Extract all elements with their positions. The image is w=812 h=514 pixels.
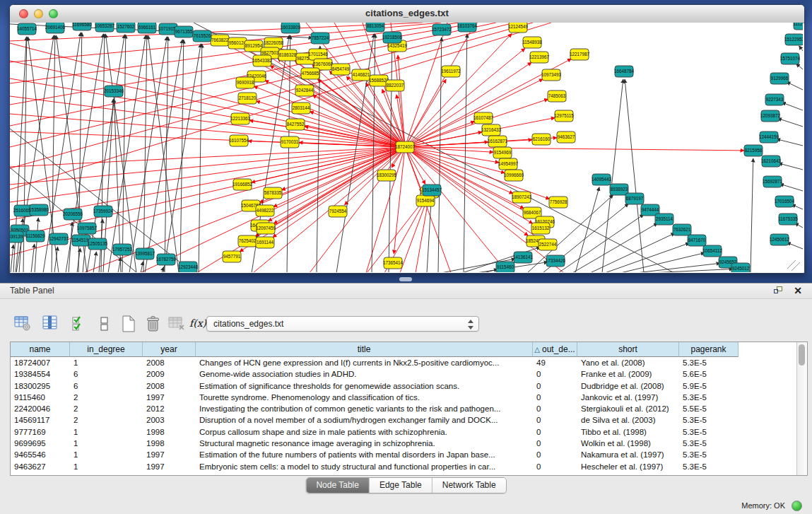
graph-node[interactable]: 15751074 — [780, 53, 801, 64]
citation-graph[interactable]: 1830029519384554161075541221336327181202… — [10, 23, 803, 272]
graph-node[interactable]: 12923448 — [178, 262, 199, 272]
graph-node[interactable]: 16107487 — [473, 112, 494, 124]
graph-node[interactable]: 8938923 — [610, 184, 628, 195]
tab-edge-table[interactable]: Edge Table — [370, 478, 433, 493]
graph-node[interactable]: 10996669 — [504, 170, 524, 181]
table-row[interactable]: 969969511998Structural magnetic resonanc… — [11, 438, 796, 449]
graph-node[interactable]: 12213967 — [529, 52, 550, 63]
column-header-in_degree[interactable]: in_degree — [70, 342, 143, 357]
graph-node[interactable]: 12975115 — [554, 110, 574, 122]
graph-node[interactable]: 10975857 — [77, 223, 98, 234]
graph-node[interactable]: 18103764 — [457, 23, 478, 32]
graph-node[interactable]: 13216433 — [481, 124, 502, 136]
graph-node[interactable]: 13995817 — [135, 248, 155, 259]
graph-node[interactable]: 6879197 — [625, 193, 644, 204]
table-row[interactable]: 946554611997Estimation of the future num… — [11, 449, 796, 460]
graph-node[interactable]: 9560124 — [228, 37, 247, 49]
graph-node[interactable]: 17957253 — [112, 244, 133, 255]
graph-node[interactable]: 12217987 — [570, 49, 590, 60]
graph-node[interactable]: 20206556 — [63, 209, 83, 220]
graph-node[interactable]: 8215958 — [744, 145, 763, 156]
graph-node[interactable]: 12444159 — [759, 132, 779, 143]
network-window-titlebar[interactable]: citations_edges.txt — [10, 5, 804, 23]
graph-node[interactable]: 9463627 — [557, 132, 575, 143]
tab-node-table[interactable]: Node Table — [306, 478, 370, 493]
graph-node[interactable]: 16782759 — [156, 254, 177, 265]
table-row[interactable]: 977716911998Corpus callosum shape and si… — [11, 426, 796, 438]
graph-node[interactable]: 14954997 — [498, 158, 519, 170]
graph-node[interactable]: 1615132 — [531, 223, 550, 234]
graph-node[interactable]: 16107554 — [229, 135, 249, 146]
table-row[interactable]: 911546021997Tourette syndrome. Phenomeno… — [11, 392, 796, 403]
table-row[interactable]: 1456911722003Disruption of a novel membe… — [11, 414, 796, 426]
graph-node[interactable]: 4756685 — [301, 68, 319, 79]
graph-node[interactable]: 16543382 — [252, 55, 273, 66]
graph-node[interactable]: 18907243 — [512, 192, 532, 203]
graph-node[interactable]: 4146821 — [352, 69, 370, 81]
select-all-icon[interactable] — [69, 315, 89, 333]
table-row[interactable]: 1872400712008Changes of HCN gene express… — [11, 357, 796, 368]
graph-node[interactable]: 7625402 — [238, 235, 257, 247]
graph-node[interactable]: 7857224 — [311, 33, 329, 44]
graph-node[interactable]: 16210643 — [761, 156, 782, 167]
graph-node[interactable]: 7756928 — [549, 197, 567, 208]
graph-node[interactable]: 8813054 — [366, 23, 384, 32]
column-header-short[interactable]: short — [577, 342, 679, 357]
graph-node[interactable]: 15134457 — [422, 185, 442, 196]
tab-network-table[interactable]: Network Table — [433, 478, 506, 493]
graph-node[interactable]: 9227343 — [765, 94, 784, 105]
graph-node[interactable]: 12942737 — [49, 233, 69, 245]
graph-node[interactable]: 14136141 — [513, 252, 534, 263]
graph-node[interactable]: 19611972 — [441, 66, 461, 77]
delete-table-icon[interactable] — [167, 315, 187, 333]
canvas-resize-grip[interactable] — [787, 260, 800, 271]
graph-node[interactable]: 8454749 — [331, 64, 350, 75]
graph-node[interactable]: 15358980 — [29, 204, 49, 216]
graph-node[interactable]: 12505135 — [88, 238, 108, 250]
graph-node[interactable]: 10973493 — [541, 69, 562, 81]
graph-node[interactable]: 2935114 — [655, 214, 673, 225]
table-source-dropdown[interactable]: citations_edges.txt — [206, 316, 479, 332]
graph-node[interactable]: 15122953 — [784, 34, 803, 45]
graph-node[interactable]: 19218506 — [382, 32, 403, 43]
network-canvas[interactable]: 1830029519384554161075541221336327181202… — [10, 23, 803, 272]
graph-node[interactable]: 19166852 — [233, 179, 253, 190]
table-row[interactable]: 1938455462009Genome-wide association stu… — [11, 368, 796, 380]
graph-node[interactable]: 8427552 — [286, 119, 305, 130]
graph-node[interactable]: 7924554 — [329, 206, 347, 217]
graph-node[interactable]: 16033809 — [281, 23, 301, 33]
graph-node[interactable]: 8912954 — [245, 40, 263, 52]
graph-node[interactable]: 9671355 — [175, 26, 193, 37]
table-mode-icon[interactable] — [13, 315, 33, 333]
graph-node[interactable]: 15723472 — [432, 24, 452, 35]
table-row[interactable]: 1830029562008Estimation of significance … — [11, 380, 796, 392]
network-view-window[interactable]: citations_edges.txt 18300295193845541610… — [9, 4, 805, 274]
graph-node[interactable]: 9690918 — [236, 77, 254, 88]
column-header-title[interactable]: title — [196, 342, 533, 357]
delete-column-trash-icon[interactable] — [143, 315, 163, 333]
graph-hub-node[interactable]: 18724007 — [395, 141, 416, 153]
column-header-pagerank[interactable]: pagerank — [679, 342, 739, 357]
graph-node[interactable]: 8939139 — [10, 231, 23, 243]
column-header-name[interactable]: name — [11, 342, 70, 357]
graph-node[interactable]: 9154969 — [493, 147, 512, 158]
graph-node[interactable]: 17334426 — [546, 255, 566, 267]
graph-node[interactable]: 12124549 — [508, 23, 529, 33]
graph-node[interactable]: 9245012 — [731, 263, 750, 272]
graph-node[interactable]: 14055714 — [17, 23, 37, 35]
scrollbar-thumb[interactable] — [799, 344, 805, 366]
graph-node[interactable]: 12097459 — [256, 223, 276, 234]
column-header-year[interactable]: year — [143, 342, 196, 357]
graph-node[interactable]: 8471670 — [688, 235, 706, 246]
close-panel-icon[interactable]: ✕ — [794, 285, 802, 296]
float-panel-icon[interactable] — [774, 286, 784, 296]
graph-node[interactable]: 12450612 — [770, 234, 790, 245]
graph-node[interactable]: 7632621 — [673, 224, 691, 235]
graph-node[interactable]: 11548938 — [522, 37, 542, 48]
graph-node[interactable]: 7663822 — [211, 35, 229, 46]
graph-node[interactable]: 6216160 — [532, 134, 551, 145]
graph-node[interactable]: 16162871 — [488, 136, 508, 147]
graph-node[interactable]: 9170031 — [281, 136, 299, 148]
graph-node[interactable]: 20691406 — [45, 23, 66, 33]
column-header-out_degree[interactable]: △out_de... — [533, 342, 577, 357]
